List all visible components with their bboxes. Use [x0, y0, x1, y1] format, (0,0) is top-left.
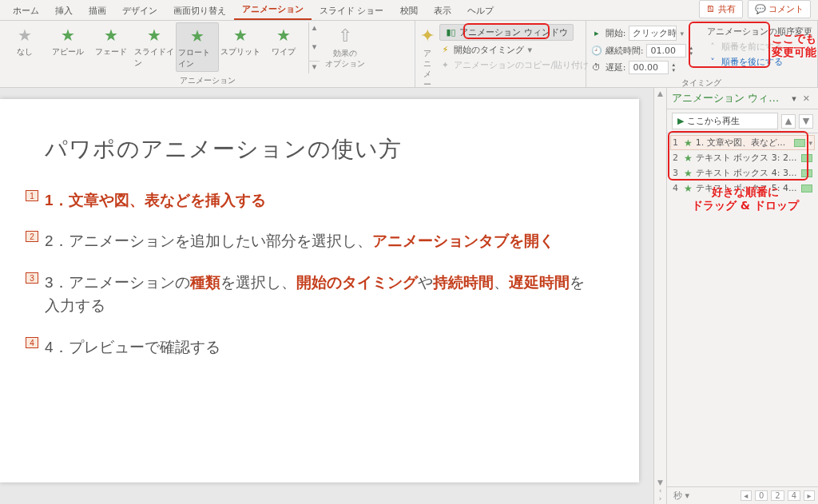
move-down-button[interactable]: ▼	[799, 114, 813, 129]
anim-effect-フェード[interactable]: ★フェード	[89, 22, 133, 59]
gallery-scroll[interactable]: ▴▾▾	[308, 22, 320, 73]
anim-list-item[interactable]: 2★テキスト ボックス 3: 2...	[670, 150, 815, 165]
timeline-right-icon[interactable]: ▸	[804, 490, 815, 501]
duration-row[interactable]: 🕘 継続時間: 01.00 ▴▾	[591, 44, 693, 58]
timeline-left-icon[interactable]: ◂	[741, 490, 752, 501]
slide[interactable]: パワポのアニメーションの使い方 11．文章や図、表などを挿入する22．アニメーシ…	[0, 99, 639, 482]
delay-row[interactable]: ⏱ 遅延: 00.00 ▴▾	[591, 61, 693, 74]
tab-表示[interactable]: 表示	[426, 1, 459, 20]
effect-options-button: ⇧ 効果のオプション	[321, 22, 369, 73]
animation-gallery[interactable]: ★なし★アピール★フェード★スライドイン★フロートイン★スプリット★ワイプ	[3, 22, 305, 72]
tab-挿入[interactable]: 挿入	[47, 1, 81, 20]
start-row[interactable]: ▸ 開始: クリック時 ▾	[591, 26, 693, 41]
tab-デザイン[interactable]: デザイン	[114, 1, 165, 20]
anim-effect-なし[interactable]: ★なし	[3, 22, 46, 59]
animation-pane-button[interactable]: ▮▯アニメーション ウィンドウ	[439, 24, 574, 41]
reorder-stack: アニメーションの順序変更 ˄順番を前にする ˅順番を後にする	[705, 24, 814, 69]
anim-list-item[interactable]: 3★テキスト ボックス 4: 3...	[670, 165, 815, 181]
anim-list-item[interactable]: 4★テキスト ボックス 5: 4...	[670, 181, 815, 196]
anim-effect-ワイプ[interactable]: ★ワイプ	[262, 22, 305, 59]
tab-ヘルプ[interactable]: ヘルプ	[459, 1, 502, 20]
trigger-button[interactable]: ⚡ 開始のタイミング▾	[439, 44, 589, 56]
animation-pane-title: アニメーション ウィン…	[672, 91, 788, 105]
tab-ホーム[interactable]: ホーム	[5, 1, 47, 20]
animation-painter-button: ✦アニメーションのコピー/貼り付け	[439, 59, 589, 71]
close-icon[interactable]: ✕	[800, 93, 813, 104]
anim-effect-スライドイン[interactable]: ★スライドイン	[133, 22, 176, 70]
anim-effect-アピール[interactable]: ★アピール	[46, 22, 89, 59]
move-up-button[interactable]: ▲	[781, 114, 796, 129]
reorder-title: アニメーションの順序変更	[707, 26, 812, 38]
vertical-scrollbar[interactable]: ▲▼‹›	[653, 88, 666, 504]
slide-title: パワポのアニメーションの使い方	[45, 134, 594, 165]
animation-pane: アニメーション ウィン… ▾ ✕ ▶ここから再生 ▲ ▼ 1★1. 文章や図、表…	[666, 88, 818, 504]
anim-tag: 3	[26, 272, 38, 284]
anim-effect-フロートイン[interactable]: ★フロートイン	[176, 22, 219, 72]
anim-list-item[interactable]: 1★1. 文章や図、表など...▾	[670, 135, 815, 150]
slide-step-4[interactable]: 44．プレビューで確認する	[45, 335, 594, 359]
tab-画面切り替え[interactable]: 画面切り替え	[165, 1, 234, 20]
animation-list[interactable]: 1★1. 文章や図、表など...▾2★テキスト ボックス 3: 2...3★テキ…	[667, 133, 818, 486]
ribbon-tabs: ホーム挿入描画デザイン画面切り替えアニメーションスライド ショー校閲表示ヘルプ …	[0, 0, 818, 21]
ribbon: ★なし★アピール★フェード★スライドイン★フロートイン★スプリット★ワイプ ▴▾…	[0, 21, 818, 88]
dropdown-icon[interactable]: ▾	[788, 93, 800, 104]
tab-スライド ショー[interactable]: スライド ショー	[312, 1, 392, 20]
anim-effect-スプリット[interactable]: ★スプリット	[219, 22, 262, 59]
reorder-up-button: ˄順番を前にする	[707, 41, 812, 53]
animation-timeline-footer: 秒 ▾ ◂ 0 2 4 ▸	[667, 486, 818, 504]
slide-step-1[interactable]: 11．文章や図、表などを挿入する	[45, 189, 594, 212]
tab-校閲[interactable]: 校閲	[392, 1, 426, 20]
slide-step-2[interactable]: 22．アニメーションを追加したい部分を選択し、アニメーションタブを開く	[45, 229, 594, 252]
tab-描画[interactable]: 描画	[81, 1, 114, 20]
anim-tag: 2	[26, 231, 38, 242]
anim-tag: 1	[26, 190, 38, 201]
group-label-animations: アニメーション	[3, 73, 411, 87]
slide-step-3[interactable]: 33．アニメーションの種類を選択し、開始のタイミングや持続時間、遅延時間を入力す…	[45, 271, 594, 318]
tab-アニメーション[interactable]: アニメーション	[234, 0, 312, 20]
play-from-button[interactable]: ▶ここから再生	[672, 113, 778, 129]
slide-canvas[interactable]: パワポのアニメーションの使い方 11．文章や図、表などを挿入する22．アニメーシ…	[0, 88, 653, 504]
share-button[interactable]: 🖻 共有	[699, 0, 743, 18]
reorder-down-button[interactable]: ˅順番を後にする	[707, 56, 812, 68]
comment-button[interactable]: 💬 コメント	[748, 0, 812, 18]
anim-tag: 4	[26, 337, 38, 348]
